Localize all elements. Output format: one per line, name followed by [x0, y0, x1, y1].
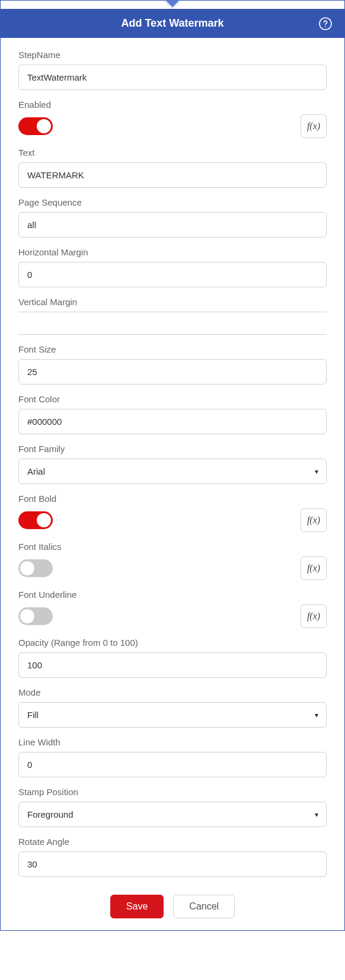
dialog-body: StepName Enabled f(x) Text Page Sequence… — [1, 38, 344, 877]
label-enabled: Enabled — [18, 100, 327, 110]
field-text: Text — [18, 148, 327, 188]
field-font-size: Font Size — [18, 344, 327, 385]
cancel-button[interactable]: Cancel — [173, 895, 235, 918]
field-vertical-margin: Vertical Margin — [18, 297, 327, 335]
input-stepname[interactable] — [18, 65, 327, 90]
label-page-sequence: Page Sequence — [18, 197, 327, 207]
toggle-font-bold[interactable] — [18, 511, 53, 529]
input-opacity[interactable] — [18, 652, 327, 678]
dialog-arrow-icon — [165, 0, 180, 7]
label-opacity: Opacity (Range from 0 to 100) — [18, 638, 327, 648]
toggle-enabled[interactable] — [18, 117, 53, 135]
field-stepname: StepName — [18, 50, 327, 90]
label-font-italics: Font Italics — [18, 542, 327, 552]
field-horizontal-margin: Horizontal Margin — [18, 247, 327, 287]
field-page-sequence: Page Sequence — [18, 197, 327, 238]
input-font-size[interactable] — [18, 359, 327, 385]
field-font-underline: Font Underline f(x) — [18, 590, 327, 628]
dialog-container: Add Text Watermark StepName Enabled f(x)… — [0, 0, 345, 931]
field-font-bold: Font Bold f(x) — [18, 494, 327, 532]
field-opacity: Opacity (Range from 0 to 100) — [18, 638, 327, 678]
label-rotate-angle: Rotate Angle — [18, 837, 327, 847]
fx-button-enabled[interactable]: f(x) — [301, 114, 327, 138]
select-stamp-position[interactable] — [18, 802, 327, 827]
label-font-color: Font Color — [18, 394, 327, 404]
toggle-font-underline[interactable] — [18, 607, 53, 625]
label-font-size: Font Size — [18, 344, 327, 354]
field-font-italics: Font Italics f(x) — [18, 542, 327, 580]
select-font-family[interactable] — [18, 459, 327, 484]
field-mode: Mode ▾ — [18, 687, 327, 728]
label-text: Text — [18, 148, 327, 158]
input-horizontal-margin[interactable] — [18, 262, 327, 287]
field-font-family: Font Family ▾ — [18, 444, 327, 484]
label-line-width: Line Width — [18, 737, 327, 747]
fx-button-font-bold[interactable]: f(x) — [301, 508, 327, 532]
field-rotate-angle: Rotate Angle — [18, 837, 327, 877]
label-font-family: Font Family — [18, 444, 327, 454]
label-mode: Mode — [18, 687, 327, 697]
field-line-width: Line Width — [18, 737, 327, 777]
dialog-footer: Save Cancel — [1, 886, 344, 930]
fx-button-font-underline[interactable]: f(x) — [301, 604, 327, 628]
label-vertical-margin: Vertical Margin — [18, 297, 327, 307]
fx-button-font-italics[interactable]: f(x) — [301, 556, 327, 580]
select-mode[interactable] — [18, 702, 327, 728]
label-horizontal-margin: Horizontal Margin — [18, 247, 327, 257]
toggle-font-italics[interactable] — [18, 559, 53, 577]
field-font-color: Font Color — [18, 394, 327, 434]
field-stamp-position: Stamp Position ▾ — [18, 787, 327, 827]
dialog-title: Add Text Watermark — [121, 17, 223, 30]
input-rotate-angle[interactable] — [18, 851, 327, 877]
input-page-sequence[interactable] — [18, 212, 327, 238]
label-stepname: StepName — [18, 50, 327, 60]
input-vertical-margin[interactable] — [18, 315, 327, 335]
label-stamp-position: Stamp Position — [18, 787, 327, 797]
input-font-color[interactable] — [18, 409, 327, 434]
field-enabled: Enabled f(x) — [18, 100, 327, 138]
save-button[interactable]: Save — [110, 895, 164, 918]
dialog-header: Add Text Watermark — [1, 9, 344, 38]
label-font-bold: Font Bold — [18, 494, 327, 504]
input-line-width[interactable] — [18, 752, 327, 777]
label-font-underline: Font Underline — [18, 590, 327, 600]
input-text[interactable] — [18, 162, 327, 188]
help-icon[interactable] — [318, 17, 333, 31]
svg-point-1 — [325, 26, 326, 27]
